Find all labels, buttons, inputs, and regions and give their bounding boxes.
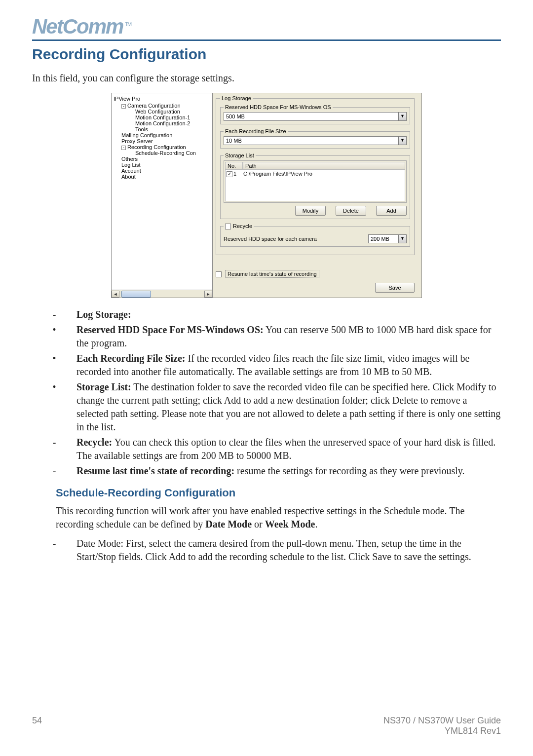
tree-item[interactable]: Account [114,168,211,174]
resume-label: Resume last time's state of recording [225,270,319,278]
row-path: C:\Program Files\IPView Pro [243,171,404,177]
col-no[interactable]: No. [225,162,243,170]
modify-button[interactable]: Modify [295,206,326,216]
tree-item[interactable]: Web Configuration [114,109,211,114]
file-size-select[interactable]: 10 MB ▼ [224,136,407,145]
tree-root[interactable]: IPView Pro [114,95,211,103]
collapse-icon[interactable]: - [121,146,126,150]
storage-list-legend: Storage List [224,152,256,158]
reserved-hdd-legend: Reserved HDD Space For MS-Windows OS [224,104,333,110]
page-number: 54 [32,716,42,736]
tree-item[interactable]: -Recording Configuration [114,144,211,150]
tree-item[interactable]: Others [114,156,211,162]
trademark: TM [125,21,131,27]
chevron-down-icon[interactable]: ▼ [398,137,406,145]
recycle-group: Recycle Reserved HDD space for each came… [220,223,410,247]
file-size-group: Each Recording File Size 10 MB ▼ [220,128,410,149]
header-rule [32,39,501,41]
chevron-down-icon[interactable]: ▼ [398,235,406,243]
horizontal-scrollbar[interactable]: ◄ ► [112,290,212,298]
tree-item[interactable]: Motion Configuration-2 [114,120,211,126]
recycle-label: Reserved HDD space for each camera [224,236,364,242]
page-footer: 54 NS370 / NS370W User Guide YML814 Rev1 [32,716,501,736]
guide-title: NS370 / NS370W User Guide [383,716,501,726]
recycle-checkbox[interactable] [225,224,231,229]
storage-list-body: 1 C:\Program Files\IPView Pro [225,170,405,201]
reserved-hdd-group: Reserved HDD Space For MS-Windows OS 500… [220,104,410,124]
add-button[interactable]: Add [376,206,407,216]
scroll-right-icon[interactable]: ► [204,291,212,298]
brand-logo: NetCommTM [32,15,131,38]
storage-list-group: Storage List No. Path 1 C:\Program Files… [220,152,410,219]
collapse-icon[interactable]: - [121,104,126,109]
date-mode-item: -Date Mode: First, select the camera des… [32,537,501,564]
scroll-thumb[interactable] [121,291,151,298]
delete-button[interactable]: Delete [336,206,366,216]
tree-item[interactable]: Tools [114,126,211,132]
form-pane: Log Storage Reserved HDD Space For MS-Wi… [213,93,421,298]
tree-item[interactable]: Proxy Server [114,138,211,144]
file-size-legend: Each Recording File Size [224,128,288,134]
schedule-para-1: This recording function will work after … [56,504,496,531]
tree-item[interactable]: Mailing Configuration [114,132,211,138]
resume-checkbox[interactable] [216,271,222,277]
page-title: Recording Configuration [32,46,501,63]
storage-row[interactable]: 1 C:\Program Files\IPView Pro [227,171,404,177]
storage-list-header: No. Path [225,162,405,170]
subheading: Schedule-Recording Configuration [56,487,501,499]
col-path[interactable]: Path [243,162,405,170]
reserved-hdd-select[interactable]: 500 MB ▼ [224,112,407,121]
revision: YML814 Rev1 [383,726,501,736]
intro-text: In this field, you can configure the sto… [32,73,501,84]
storage-list: No. Path 1 C:\Program Files\IPView Pro [224,160,407,203]
recycle-legend: Recycle [224,223,254,229]
tree-item[interactable]: Log List [114,162,211,168]
row-checkbox[interactable] [227,171,232,177]
tree-item[interactable]: Motion Configuration-1 [114,114,211,120]
tree-item[interactable]: About [114,174,211,180]
description-list: -Log Storage: •Reserved HDD Space For MS… [32,308,501,478]
row-no: 1 [233,171,243,177]
log-storage-group: Log Storage Reserved HDD Space For MS-Wi… [216,95,415,255]
save-button[interactable]: Save [375,283,415,293]
log-storage-legend: Log Storage [220,95,253,101]
recycle-select[interactable]: 200 MB ▼ [368,234,407,243]
tree-item[interactable]: -Camera Configuration [114,103,211,109]
scroll-left-icon[interactable]: ◄ [112,291,119,298]
tree-item[interactable]: Schedule-Recording Con [114,150,211,156]
resume-row: Resume last time's state of recording [216,258,415,278]
chevron-down-icon[interactable]: ▼ [398,113,406,120]
tree-pane: IPView Pro -Camera Configuration Web Con… [112,93,213,298]
screenshot-panel: IPView Pro -Camera Configuration Web Con… [111,93,422,298]
